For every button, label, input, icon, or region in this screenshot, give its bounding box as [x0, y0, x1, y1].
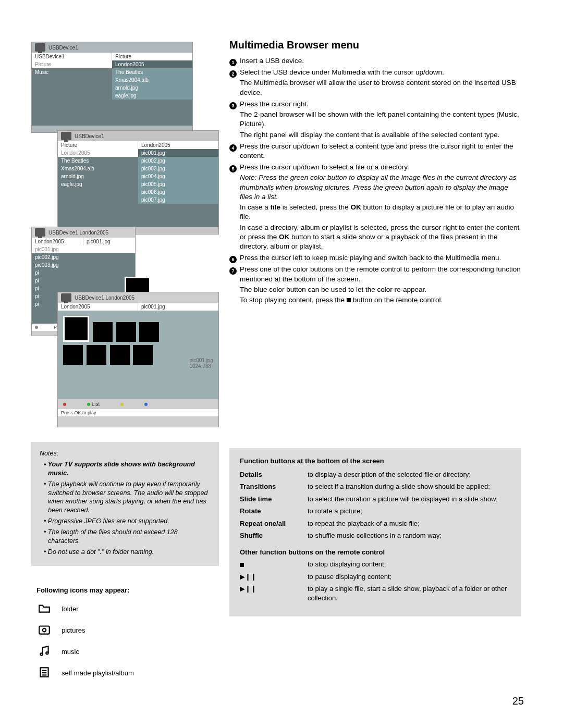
list-item: pi: [32, 269, 135, 277]
func-label: Shuffle: [240, 531, 308, 540]
func-label: Transitions: [240, 482, 308, 491]
thumbnail-grid: pic001.jpg 1024:768: [58, 311, 218, 399]
page-number: 25: [512, 695, 524, 707]
icon-label: self made playlist/album: [62, 669, 134, 677]
col-header: London2005: [58, 303, 138, 311]
note-item: The playback will continue to play even …: [44, 480, 211, 515]
list-item: pi: [32, 285, 135, 292]
list-item: pic005.jpg: [138, 180, 218, 188]
func-label: Slide time: [240, 495, 308, 504]
step-text: In case a directory, album or playlist i…: [240, 223, 521, 252]
icon-label: folder: [62, 605, 79, 613]
list-item: London2005: [58, 149, 138, 157]
col-header: pic001.jpg: [138, 303, 218, 311]
file-dimensions: 1024:768: [189, 363, 213, 369]
step-text: Press the cursor up/down to select a con…: [240, 142, 521, 161]
func-desc: to shuffle music collections in a random…: [308, 531, 511, 540]
col-header: pic001.jpg: [83, 238, 135, 245]
list-item: pi: [32, 277, 135, 285]
func-label: Repeat one/all: [240, 519, 308, 528]
func-label: Details: [240, 470, 308, 479]
list-item: eagle.jpg: [112, 92, 192, 100]
svg-point-3: [46, 652, 48, 654]
col-header: London2005: [138, 141, 218, 149]
note-item: Progressive JPEG files are not supported…: [44, 517, 211, 526]
pictures-icon: [36, 623, 52, 638]
step-text: Select the USB device under Multimedia w…: [240, 68, 521, 77]
step-text: Press the cursor left to keep music play…: [240, 253, 521, 263]
thumbnail: [116, 322, 136, 342]
notes-box: Notes: Your TV supports slide shows with…: [31, 442, 219, 566]
section-title: Multimedia Browser menu: [229, 39, 521, 51]
stop-icon: [347, 298, 351, 302]
func-desc: to pause displaying content;: [308, 572, 511, 582]
func-desc: to select the duration a picture will be…: [308, 495, 511, 504]
playlist-icon: [36, 665, 52, 681]
file-name: pic001.jpg: [189, 357, 213, 363]
step-text: The Multimedia browser will allow the us…: [240, 78, 521, 97]
list-item: Picture: [32, 60, 112, 68]
breadcrumb: USBDevice1 London2005: [48, 230, 108, 236]
tv-icon: [35, 228, 45, 237]
list-item: The Beatles: [112, 68, 192, 76]
thumbnail: [63, 345, 83, 365]
thumbnail: [63, 316, 89, 342]
list-item: Xmas2004.alb: [112, 76, 192, 84]
breadcrumb: USBDevice1: [48, 45, 78, 51]
func-desc: to repeat the playback of a music file;: [308, 519, 511, 528]
list-item: pic002.jpg: [138, 157, 218, 165]
svg-point-2: [40, 653, 42, 655]
browser-panel-root: USBDevice1 USBDevice1 Picture Picture Mu…: [31, 42, 193, 133]
col-header: Picture: [58, 141, 138, 149]
footer-text: Press OK to play: [61, 410, 96, 415]
list-item: arnold.jpg: [58, 172, 138, 180]
func-desc: to rotate a picture;: [308, 507, 511, 516]
breadcrumb: USBDevice1: [75, 133, 104, 139]
function-buttons-box: Function buttons at the bottom of the sc…: [229, 448, 521, 616]
func-label: Rotate: [240, 507, 308, 516]
note-item: Do not use a dot "." in folder naming.: [44, 548, 211, 557]
list-item: pic003.jpg: [138, 165, 218, 172]
thumbnail: [139, 322, 159, 342]
func-desc: to stop displaying content;: [308, 560, 511, 569]
step-text: To stop playing content, press the butto…: [240, 295, 521, 305]
list-item: pic007.jpg: [138, 196, 218, 204]
instructions: Multimedia Browser menu 1 Insert a USB d…: [229, 39, 521, 307]
step-text: Press one of the color buttons on the re…: [240, 265, 521, 283]
step-text: Press the cursor up/down to select a fil…: [240, 163, 521, 172]
list-item: pic004.jpg: [138, 172, 218, 180]
svg-rect-0: [39, 626, 50, 634]
list-item: eagle.jpg: [58, 180, 138, 188]
browser-panel-content: USBDevice1 Picture London2005 London2005…: [57, 130, 219, 235]
note-item: Your TV supports slide shows with backgr…: [44, 460, 211, 478]
list-item: London2005: [112, 60, 192, 68]
breadcrumb: USBDevice1 London2005: [75, 295, 134, 301]
icon-label: music: [62, 648, 79, 656]
folder-icon: [36, 601, 52, 616]
music-icon: [36, 644, 52, 659]
func-desc: to play a single file, start a slide sho…: [308, 584, 511, 602]
step-text: The right panel will display the content…: [240, 130, 521, 140]
func-heading-2: Other function buttons on the remote con…: [240, 548, 511, 557]
func-desc: to select if a transition during a slide…: [308, 482, 511, 491]
svg-point-1: [43, 628, 46, 632]
note-item: The length of the files should not excee…: [44, 528, 211, 546]
thumbnail: [87, 345, 106, 365]
list-item: pic003.jpg: [32, 261, 135, 269]
thumbnail: [110, 345, 130, 365]
icons-heading: Following icons may appear:: [36, 586, 214, 594]
step-text: In case a file is selected, press the OK…: [240, 203, 521, 221]
list-item: pic006.jpg: [138, 188, 218, 196]
thumbnail: [133, 345, 153, 365]
list-item: Music: [32, 68, 112, 76]
list-item: The Beatles: [58, 157, 138, 165]
list-item: pic001.jpg: [32, 245, 135, 253]
col-header: London2005: [32, 238, 83, 245]
remote-pause-icon: ▶❙❙: [240, 572, 308, 582]
list-item: arnold.jpg: [112, 84, 192, 92]
list-item: Xmas2004.alb: [58, 165, 138, 172]
step-text: The 2-panel browser will be shown with t…: [240, 110, 521, 129]
list-item: pic002.jpg: [32, 253, 135, 261]
tv-icon: [35, 43, 45, 52]
remote-play-icon: ▶❙❙: [240, 584, 308, 602]
